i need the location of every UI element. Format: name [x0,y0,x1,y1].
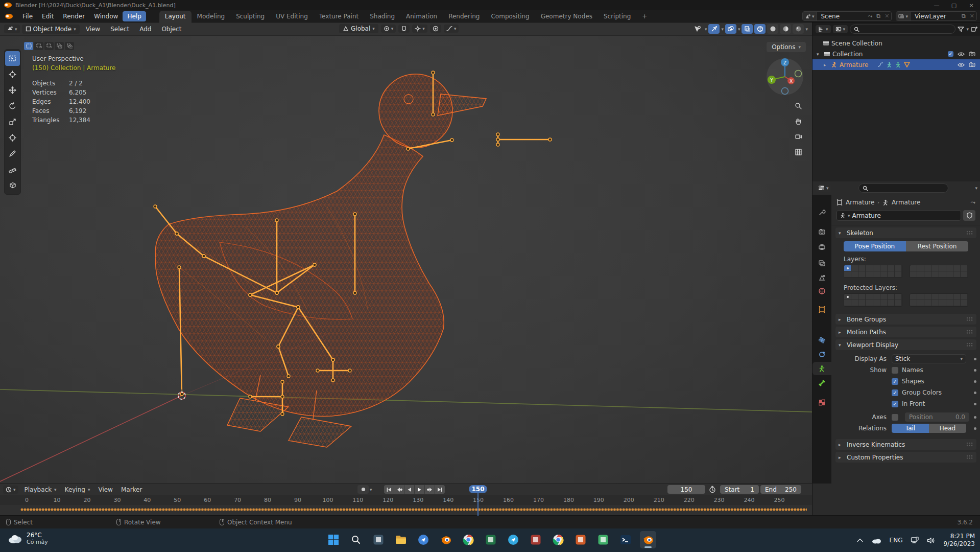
animate-dot[interactable] [974,369,976,372]
viewlayer-selector[interactable]: ▾ ViewLayer ⧉ ✕ [896,11,977,21]
menu-file[interactable]: File [18,11,37,21]
taskbar-app-app-green-icon[interactable] [595,531,611,548]
section-motion-paths[interactable]: ▸Motion Paths [835,327,976,337]
outliner-row-scene-collection[interactable]: Scene Collection [812,38,980,49]
taskbar-app-app-red-icon[interactable] [528,531,544,548]
properties-options-chevron[interactable]: ▾ [975,186,977,191]
pan-hand-icon[interactable] [793,116,804,127]
taskbar-app-chrome-2-icon[interactable] [550,531,566,548]
overlays-toggle[interactable] [725,24,736,34]
layer-cell[interactable] [910,271,917,278]
camera-visibility-icon[interactable] [969,62,975,67]
layer-cell[interactable] [953,294,961,300]
drag-grip-icon[interactable] [966,342,973,347]
layer-cell[interactable] [953,300,961,306]
properties-search-input[interactable] [858,183,948,193]
layer-cell[interactable] [858,300,866,306]
tool-scale[interactable] [5,114,20,129]
workspace-tab-uv-editing[interactable]: UV Editing [270,11,314,22]
network-icon[interactable] [911,537,919,544]
taskbar-app-file-explorer-icon[interactable] [393,531,409,548]
outliner-filter-icon[interactable] [958,26,964,32]
layer-cell[interactable] [866,300,873,306]
layer-cell[interactable] [917,265,924,271]
timeline-editor[interactable]: ▾ Playback ▾Keying ▾ViewMarker ▾ 150 Sta… [0,484,812,515]
gizmos-toggle[interactable] [708,24,720,34]
drag-grip-icon[interactable] [966,442,973,447]
layer-cell[interactable] [961,271,968,278]
layer-cell[interactable] [924,265,931,271]
keyframes-strip[interactable] [20,507,807,513]
menu-window[interactable]: Window [89,11,123,21]
proportional-editing-icon[interactable] [430,25,441,33]
breadcrumb-data[interactable]: Armature [892,199,920,206]
taskbar-app-app-orange-icon[interactable] [572,531,589,548]
layer-cell[interactable] [961,265,968,271]
falloff-dropdown[interactable]: ▾ [444,25,459,33]
tool-select-box[interactable] [5,51,20,66]
layer-cell[interactable] [866,271,873,278]
drag-grip-icon[interactable] [966,317,973,321]
workspace-tab-sculpting[interactable]: Sculpting [230,11,270,22]
layer-cell[interactable] [866,294,873,300]
layer-cell[interactable] [888,271,895,278]
section-skeleton[interactable]: ▾Skeleton [835,227,976,238]
select-mode-subtract[interactable] [44,42,54,50]
layer-cell[interactable] [873,265,880,271]
axes-checkbox[interactable] [892,414,898,421]
outliner-search-input[interactable] [850,25,955,34]
axes-position-slider[interactable]: Position 0.0 [905,412,969,422]
jump-to-end-button[interactable] [435,485,445,494]
tool-transform[interactable] [5,130,20,145]
animate-dot[interactable] [974,427,976,430]
outliner-row-collection[interactable]: ▾ Collection ✓ [812,49,980,59]
tool-add-cube[interactable] [5,178,20,193]
layer-cell[interactable] [931,265,939,271]
layer-cell[interactable] [917,271,924,278]
checkbox-names[interactable] [892,367,898,374]
add-workspace-button[interactable]: + [636,11,653,22]
drag-grip-icon[interactable] [966,330,973,334]
gizmos-chevron[interactable]: ▾ [721,27,724,32]
select-mode-extend[interactable] [34,42,43,50]
workspace-tab-texture-paint[interactable]: Texture Paint [314,11,364,22]
layer-cell[interactable] [851,265,858,271]
head-button[interactable]: Head [929,424,966,433]
layer-cell[interactable] [880,265,888,271]
layer-cell[interactable] [910,294,917,300]
menu-render[interactable]: Render [58,11,89,21]
animate-dot[interactable] [974,403,976,405]
taskbar-app-search-icon[interactable] [348,531,364,548]
shading-rendered-button[interactable] [793,24,804,34]
layer-cell[interactable] [873,300,880,306]
layer-cell[interactable] [858,265,866,271]
frame-end-field[interactable]: End250 [760,485,801,494]
taskbar-app-blender-2-icon[interactable] [640,531,656,548]
properties-tab-constraints[interactable] [812,348,831,361]
pin-icon[interactable]: ⤳ [866,13,875,19]
properties-tab-texture[interactable] [812,396,831,409]
hide-eye-icon[interactable] [958,52,965,57]
properties-tab-object-data[interactable] [812,362,831,375]
drag-grip-icon[interactable] [966,455,973,459]
armature-name-field[interactable]: ▾ Armature [836,210,961,221]
hide-eye-icon[interactable] [958,62,965,67]
snap-magnet-icon[interactable] [398,25,410,33]
layer-cell[interactable] [880,300,888,306]
expand-arrow-icon[interactable]: ▾ [817,52,822,57]
properties-tab-object[interactable] [812,303,831,316]
options-button[interactable]: Options▾ [767,42,806,52]
layer-cell[interactable] [939,271,946,278]
shading-chevron[interactable]: ▾ [805,27,808,32]
menu-view[interactable]: View [82,24,104,34]
expand-arrow-icon[interactable]: ▸ [824,62,829,67]
layer-cell[interactable] [910,265,917,271]
fake-user-shield-button[interactable] [963,210,975,221]
layer-cell[interactable] [953,265,961,271]
outliner-filter-chevron[interactable]: ▾ [966,27,969,32]
layer-cell[interactable] [844,300,851,306]
layer-cell[interactable] [888,265,895,271]
tool-rotate[interactable] [5,99,20,113]
layer-cell[interactable] [873,294,880,300]
snap-target-dropdown[interactable]: ▾ [412,25,427,33]
